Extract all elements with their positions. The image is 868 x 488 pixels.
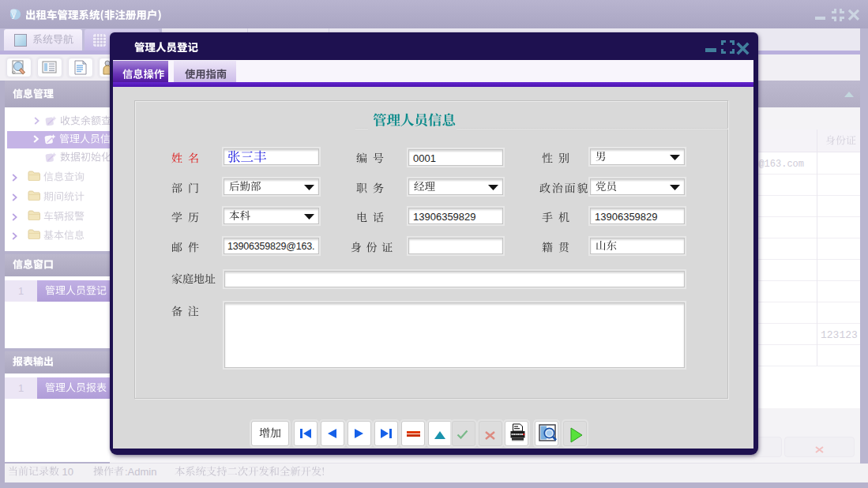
- svg-text:y: y: [12, 11, 16, 19]
